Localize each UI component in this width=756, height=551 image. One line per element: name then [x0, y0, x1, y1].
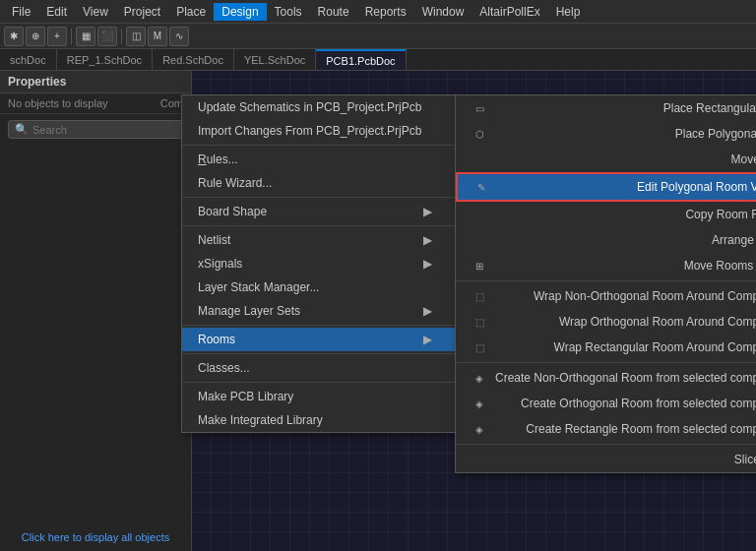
board-shape-arrow: ▶ — [423, 205, 432, 218]
menu-rule-wizard[interactable]: Rule Wizard... — [182, 171, 456, 195]
edit-polygonal-room-vertices-label: Edit Polygonal Room Vertices — [637, 180, 756, 194]
menu-design[interactable]: Design — [214, 3, 266, 21]
menu-make-integrated-library[interactable]: Make Integrated Library — [182, 408, 456, 432]
place-poly-icon: ⬡ — [472, 126, 487, 142]
search-box[interactable]: 🔍 — [8, 120, 183, 139]
wrap-non-ortho-icon: ⬚ — [472, 288, 487, 304]
search-input[interactable] — [32, 124, 176, 136]
menu-help[interactable]: Help — [548, 3, 589, 21]
toolbar-btn-1[interactable]: ✱ — [4, 27, 24, 46]
menu-div-2 — [182, 197, 456, 198]
manage-layer-sets-arrow: ▶ — [423, 304, 432, 318]
menu-altairpollex[interactable]: AltairPollEx — [472, 3, 547, 21]
submenu-slice-room[interactable]: Slice Room — [456, 447, 756, 472]
rooms-submenu: ▭ Place Rectangular Room ⬡ Place Polygon… — [455, 94, 756, 473]
panel-section-objects: No objects to display Com — [0, 93, 191, 114]
wrap-ortho-icon: ⬚ — [472, 314, 487, 330]
tab-yel[interactable]: YEL.SchDoc — [234, 49, 316, 70]
menu-window[interactable]: Window — [414, 3, 472, 21]
move-room-label: Move Room — [730, 153, 756, 166]
slice-room-label: Slice Room — [734, 453, 756, 466]
submenu-edit-polygonal-room-vertices[interactable]: ✎ Edit Polygonal Room Vertices — [456, 172, 756, 202]
move-rooms-to-grid-label: Move Rooms To Grid — [684, 259, 756, 273]
wrap-rect-label: Wrap Rectangular Room Around Components — [554, 340, 756, 354]
menu-manage-layer-sets[interactable]: Manage Layer Sets ▶ — [182, 299, 456, 323]
toolbar: ✱ ⊕ + ▦ ⬛ ◫ M ∿ — [0, 24, 756, 49]
create-non-ortho-label: Create Non-Orthogonal Room from selected… — [495, 371, 756, 385]
menu-make-pcb-library[interactable]: Make PCB Library — [182, 385, 456, 408]
click-hint[interactable]: Click here to display all objects — [0, 523, 191, 551]
menu-div-4 — [182, 325, 456, 326]
submenu-create-ortho[interactable]: ◈ Create Orthogonal Room from selected c… — [456, 391, 756, 416]
tab-red[interactable]: Red.SchDoc — [153, 49, 234, 70]
place-rectangular-room-label: Place Rectangular Room — [663, 101, 756, 115]
submenu-create-non-ortho[interactable]: ◈ Create Non-Orthogonal Room from select… — [456, 365, 756, 391]
menu-xsignals[interactable]: xSignals ▶ — [182, 252, 456, 276]
submenu-move-room[interactable]: Move Room — [456, 147, 756, 172]
wrap-rect-icon: ⬚ — [472, 339, 487, 355]
copy-room-icon — [472, 207, 487, 222]
toolbar-btn-5[interactable]: ⬛ — [97, 27, 117, 46]
submenu-wrap-rect[interactable]: ⬚ Wrap Rectangular Room Around Component… — [456, 335, 756, 360]
submenu-place-polygonal-room[interactable]: ⬡ Place Polygonal Room — [456, 121, 756, 147]
left-panel: Properties No objects to display Com 🔍 C… — [0, 71, 192, 551]
wrap-ortho-label: Wrap Orthogonal Room Around Components — [559, 315, 756, 329]
xsignals-arrow: ▶ — [423, 257, 432, 271]
submenu-place-rectangular-room[interactable]: ▭ Place Rectangular Room — [456, 95, 756, 121]
arrange-rooms-icon — [472, 232, 487, 248]
menu-board-shape[interactable]: Board Shape ▶ — [182, 200, 456, 223]
menu-rooms[interactable]: Rooms ▶ — [182, 328, 456, 351]
copy-room-formats-label: Copy Room Formats — [685, 208, 756, 221]
menu-div-5 — [182, 353, 456, 354]
menu-project[interactable]: Project — [116, 3, 168, 21]
move-grid-icon: ⊞ — [472, 258, 487, 274]
place-rect-icon: ▭ — [472, 100, 487, 116]
submenu-wrap-ortho[interactable]: ⬚ Wrap Orthogonal Room Around Components — [456, 309, 756, 335]
tab-schdoc[interactable]: schDoc — [0, 49, 57, 70]
menu-view[interactable]: View — [75, 3, 116, 21]
create-rect-icon: ◈ — [472, 421, 487, 437]
toolbar-sep-1 — [71, 29, 72, 44]
rules-label: Rules... — [198, 153, 238, 166]
main-layout: Properties No objects to display Com 🔍 C… — [0, 71, 756, 551]
tabbar: schDoc REP_1.SchDoc Red.SchDoc YEL.SchDo… — [0, 49, 756, 71]
wrap-non-ortho-label: Wrap Non-Orthogonal Room Around Componen… — [534, 289, 756, 303]
tab-pcb1[interactable]: PCB1.PcbDoc — [316, 49, 406, 70]
submenu-copy-room-formats[interactable]: Copy Room Formats — [456, 202, 756, 227]
submenu-div-3 — [456, 444, 756, 445]
arrange-rooms-label: Arrange Rooms — [712, 233, 756, 247]
menu-rules[interactable]: Rules... — [182, 148, 456, 171]
toolbar-btn-2[interactable]: ⊕ — [26, 27, 45, 46]
menu-edit[interactable]: Edit — [38, 3, 75, 21]
menu-netlist[interactable]: Netlist ▶ — [182, 228, 456, 252]
toolbar-btn-6[interactable]: ◫ — [126, 27, 146, 46]
submenu-wrap-non-ortho[interactable]: ⬚ Wrap Non-Orthogonal Room Around Compon… — [456, 283, 756, 309]
create-rect-label: Create Rectangle Room from selected comp… — [526, 422, 756, 436]
rooms-arrow: ▶ — [423, 333, 432, 346]
tab-rep1[interactable]: REP_1.SchDoc — [57, 49, 153, 70]
toolbar-btn-4[interactable]: ▦ — [76, 27, 95, 46]
submenu-create-rect[interactable]: ◈ Create Rectangle Room from selected co… — [456, 416, 756, 442]
toolbar-sep-2 — [121, 29, 122, 44]
toolbar-btn-8[interactable]: ∿ — [169, 27, 189, 46]
menu-layer-stack[interactable]: Layer Stack Manager... — [182, 276, 456, 299]
toolbar-btn-3[interactable]: + — [47, 27, 67, 46]
menu-tools[interactable]: Tools — [267, 3, 310, 21]
submenu-move-rooms-to-grid[interactable]: ⊞ Move Rooms To Grid — [456, 253, 756, 278]
menu-div-6 — [182, 382, 456, 383]
menu-reports[interactable]: Reports — [357, 3, 414, 21]
toolbar-btn-7[interactable]: M — [148, 27, 167, 46]
submenu-arrange-rooms[interactable]: Arrange Rooms — [456, 227, 756, 253]
menu-update-schematics[interactable]: Update Schematics in PCB_Project.PrjPcb — [182, 95, 456, 119]
menu-place[interactable]: Place — [168, 3, 214, 21]
search-icon: 🔍 — [15, 123, 29, 136]
move-room-icon — [472, 152, 487, 167]
menu-file[interactable]: File — [4, 3, 38, 21]
create-non-ortho-icon: ◈ — [472, 370, 487, 386]
submenu-div-1 — [456, 280, 756, 281]
menu-classes[interactable]: Classes... — [182, 356, 456, 380]
create-ortho-icon: ◈ — [472, 396, 487, 411]
menu-route[interactable]: Route — [310, 3, 357, 21]
menu-import-changes[interactable]: Import Changes From PCB_Project.PrjPcb — [182, 119, 456, 143]
no-objects-label: No objects to display — [8, 97, 108, 109]
